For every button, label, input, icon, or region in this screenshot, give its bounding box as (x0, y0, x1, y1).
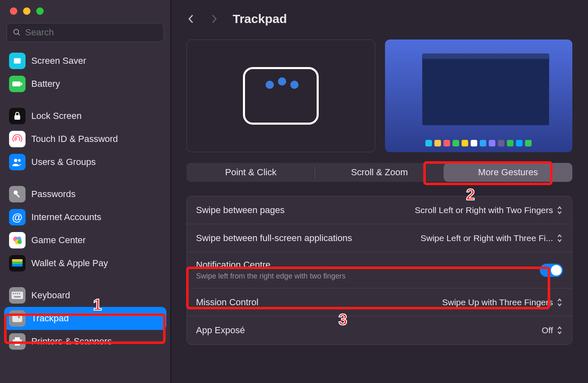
dock-item (489, 140, 495, 146)
dock-item (525, 140, 532, 146)
setting-select-swipe-fullscreen[interactable]: Swipe Left or Right with Three Fi... (420, 233, 563, 243)
setting-value: Off (541, 325, 553, 335)
forward-button (210, 14, 219, 23)
setting-select-app-expose[interactable]: Off (541, 325, 563, 335)
dock-item (507, 140, 513, 146)
svg-rect-16 (12, 264, 23, 267)
trackpad-graphic (243, 67, 319, 125)
users-icon (9, 154, 26, 170)
sidebar-item-label: Touch ID & Password (31, 134, 118, 144)
sidebar-item-label: Passwords (31, 189, 76, 200)
maximize-button[interactable] (36, 7, 44, 15)
gamecenter-icon (9, 232, 26, 248)
sidebar-nav: Screen Saver Battery Lock Screen Touch I… (0, 48, 170, 383)
setting-select-mission-control[interactable]: Swipe Up with Three Fingers (442, 297, 563, 307)
setting-value: Scroll Left or Right with Two Fingers (415, 205, 553, 215)
dock-item (480, 140, 486, 146)
sidebar-item-battery[interactable]: Battery (4, 72, 166, 95)
chevron-up-down-icon (556, 326, 563, 335)
svg-line-1 (18, 34, 20, 35)
sidebar-item-screen-saver[interactable]: Screen Saver (4, 49, 166, 72)
tab-point-click[interactable]: Point & Click (187, 163, 315, 182)
sidebar-item-label: Screen Saver (31, 56, 86, 66)
svg-rect-4 (21, 83, 22, 85)
setting-label: Swipe between pages (196, 205, 406, 216)
search-input-wrap[interactable] (7, 23, 164, 42)
sidebar-item-game-center[interactable]: Game Center (4, 229, 166, 252)
search-icon (13, 28, 21, 37)
sidebar-item-users-groups[interactable]: Users & Groups (4, 151, 166, 174)
desktop-preview (385, 39, 573, 152)
tab-scroll-zoom[interactable]: Scroll & Zoom (315, 163, 443, 182)
trackpad-icon (9, 310, 26, 327)
printer-icon (9, 333, 26, 350)
sidebar-item-printers[interactable]: Printers & Scanners (4, 330, 166, 353)
back-button[interactable] (187, 14, 196, 23)
svg-rect-22 (14, 296, 21, 297)
svg-rect-20 (17, 293, 18, 294)
svg-rect-17 (12, 292, 23, 299)
main-panel: Trackpad Point & Click Scroll & Zoom Mor… (171, 0, 588, 383)
sidebar-item-lock-screen[interactable]: Lock Screen (4, 104, 166, 128)
fingerprint-icon (9, 131, 26, 147)
sidebar-item-label: Wallet & Apple Pay (31, 258, 108, 269)
sidebar-item-label: Printers & Scanners (31, 336, 112, 347)
svg-point-24 (18, 316, 20, 318)
svg-rect-2 (14, 58, 21, 64)
svg-rect-5 (14, 115, 20, 120)
svg-point-13 (18, 240, 22, 244)
chevron-up-down-icon (556, 234, 563, 243)
battery-icon (9, 76, 26, 92)
wallet-icon (9, 255, 26, 272)
sidebar-item-internet-accounts[interactable]: @ Internet Accounts (4, 206, 166, 229)
dock-item (498, 140, 504, 146)
lock-icon (9, 108, 26, 124)
sidebar-item-wallet[interactable]: Wallet & Apple Pay (4, 252, 166, 275)
dock-item (443, 140, 450, 146)
dock-item (425, 140, 432, 146)
svg-point-7 (18, 159, 21, 162)
setting-app-expose: App Exposé Off (187, 316, 572, 344)
svg-rect-9 (16, 194, 20, 197)
dock-item (471, 140, 477, 146)
dock-item (462, 140, 468, 146)
preview-row (187, 39, 572, 152)
chevron-up-down-icon (556, 298, 563, 307)
setting-notification-centre: Notification Centre Swipe left from the … (187, 252, 572, 288)
dock-item (516, 140, 523, 146)
svg-rect-18 (13, 293, 14, 294)
svg-rect-14 (12, 259, 23, 262)
setting-select-swipe-pages[interactable]: Scroll Left or Right with Two Fingers (415, 205, 563, 215)
setting-label: Notification Centre (196, 260, 532, 270)
setting-value: Swipe Left or Right with Three Fi... (420, 233, 553, 243)
screensaver-icon (9, 53, 26, 69)
dock-item (453, 140, 459, 146)
sidebar: Screen Saver Battery Lock Screen Touch I… (0, 0, 171, 383)
close-button[interactable] (10, 7, 17, 15)
svg-rect-26 (15, 337, 20, 340)
sidebar-item-keyboard[interactable]: Keyboard (4, 284, 166, 307)
setting-swipe-pages: Swipe between pages Scroll Left or Right… (187, 196, 572, 224)
tabs: Point & Click Scroll & Zoom More Gesture… (187, 163, 572, 182)
svg-rect-15 (12, 262, 23, 264)
minimize-button[interactable] (23, 7, 30, 15)
sidebar-item-trackpad[interactable]: Trackpad (4, 307, 166, 330)
sidebar-item-touch-id[interactable]: Touch ID & Password (4, 128, 166, 151)
sidebar-item-label: Internet Accounts (31, 212, 101, 223)
sidebar-item-label: Game Center (31, 235, 86, 246)
svg-rect-19 (15, 293, 16, 294)
svg-rect-21 (19, 293, 20, 294)
dock-item (434, 140, 441, 146)
key-icon (9, 186, 26, 202)
keyboard-icon (9, 287, 26, 304)
setting-label: Mission Control (196, 297, 434, 308)
sidebar-item-passwords[interactable]: Passwords (4, 183, 166, 206)
search-input[interactable] (25, 27, 158, 38)
svg-rect-3 (12, 81, 21, 86)
toggle-notification-centre[interactable] (540, 264, 563, 277)
tab-more-gestures[interactable]: More Gestures (444, 163, 572, 182)
page-title: Trackpad (233, 12, 287, 26)
at-icon: @ (9, 209, 26, 225)
setting-swipe-fullscreen: Swipe between full-screen applications S… (187, 224, 572, 252)
sidebar-item-label: Trackpad (31, 313, 69, 324)
